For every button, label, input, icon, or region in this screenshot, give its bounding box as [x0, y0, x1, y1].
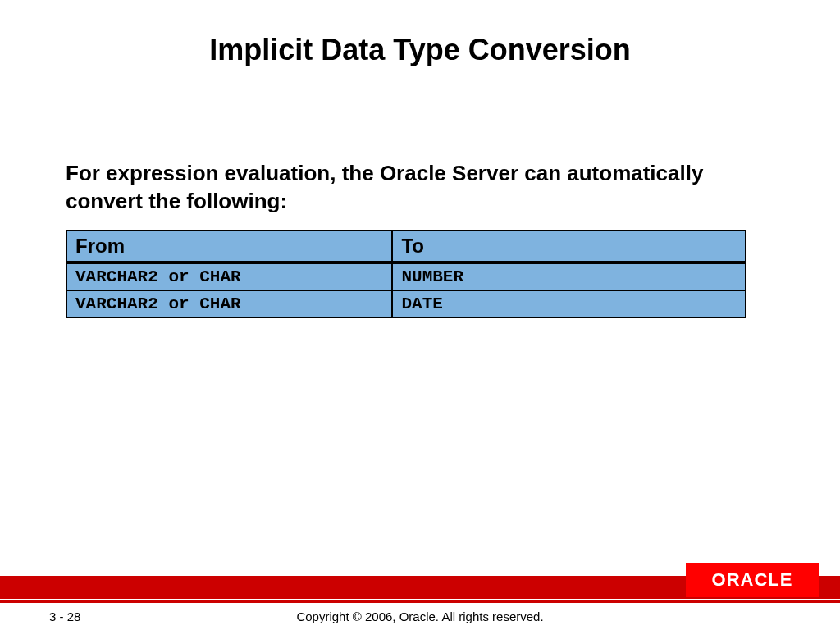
cell-from: VARCHAR2 or CHAR	[66, 262, 392, 290]
slide: Implicit Data Type Conversion For expres…	[0, 0, 840, 630]
header-from: From	[66, 231, 392, 262]
cell-to: DATE	[392, 290, 746, 317]
cell-to: NUMBER	[392, 262, 746, 290]
slide-subtitle: For expression evaluation, the Oracle Se…	[66, 160, 774, 216]
table-row: VARCHAR2 or CHAR DATE	[66, 290, 746, 317]
conversion-table: From To VARCHAR2 or CHAR NUMBER VARCHAR2…	[66, 230, 746, 318]
copyright-text: Copyright © 2006, Oracle. All rights res…	[0, 609, 840, 623]
table-header-row: From To	[66, 231, 746, 262]
cell-from: VARCHAR2 or CHAR	[66, 290, 392, 317]
slide-title: Implicit Data Type Conversion	[0, 33, 840, 67]
table-row: VARCHAR2 or CHAR NUMBER	[66, 262, 746, 290]
header-to: To	[392, 231, 746, 262]
oracle-logo: ORACLE	[686, 563, 819, 597]
footer-line	[0, 600, 840, 603]
